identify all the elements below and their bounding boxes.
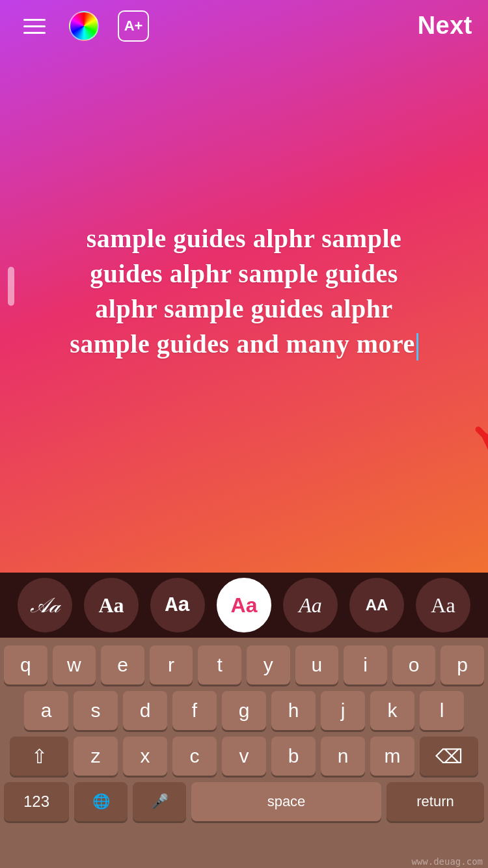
key-b[interactable]: b	[271, 737, 316, 776]
story-text[interactable]: sample guides alphr sample guides alphr …	[39, 221, 449, 362]
key-k[interactable]: k	[370, 691, 414, 730]
key-j[interactable]: j	[321, 691, 365, 730]
keyboard-row-1: q w e r t y u i o p	[4, 645, 484, 685]
key-space[interactable]: space	[191, 782, 381, 821]
key-delete[interactable]: ⌫	[420, 737, 478, 776]
key-e[interactable]: e	[101, 645, 144, 685]
menu-button[interactable]	[18, 10, 51, 42]
key-y[interactable]: y	[247, 645, 290, 685]
key-t[interactable]: t	[198, 645, 241, 685]
keyboard: q w e r t y u i o p a s d f g h j k l ⇧ …	[0, 638, 488, 868]
color-wheel-icon	[69, 11, 99, 41]
text-style-button[interactable]: A+	[117, 10, 150, 42]
key-q[interactable]: q	[4, 645, 47, 685]
key-shift[interactable]: ⇧	[10, 737, 68, 776]
font-mono-button[interactable]: Aa	[150, 578, 205, 632]
key-u[interactable]: u	[295, 645, 339, 685]
text-style-icon: A+	[118, 10, 149, 42]
key-i[interactable]: i	[344, 645, 387, 685]
slide-indicator	[8, 267, 14, 306]
key-d[interactable]: d	[123, 691, 167, 730]
font-bar: 𝒜𝒶 Aa Aa Aa Aa AA Aa	[0, 573, 488, 638]
key-f[interactable]: f	[172, 691, 217, 730]
key-r[interactable]: r	[150, 645, 193, 685]
key-s[interactable]: s	[74, 691, 118, 730]
watermark: www.deuag.com	[411, 856, 483, 867]
key-numbers[interactable]: 123	[4, 782, 69, 821]
story-canvas: A+ Next sample guides alphr sample guide…	[0, 0, 488, 573]
font-neon-button[interactable]: Aa	[416, 578, 470, 632]
key-o[interactable]: o	[392, 645, 436, 685]
font-script-button[interactable]: 𝒜𝒶	[18, 578, 72, 632]
hamburger-icon	[23, 19, 46, 34]
key-c[interactable]: c	[172, 737, 217, 776]
key-n[interactable]: n	[321, 737, 365, 776]
key-l[interactable]: l	[420, 691, 464, 730]
keyboard-row-2: a s d f g h j k l	[4, 691, 484, 730]
key-x[interactable]: x	[123, 737, 167, 776]
keyboard-row-4: 123 🌐 🎤 space return	[4, 782, 484, 821]
key-z[interactable]: z	[74, 737, 118, 776]
key-return[interactable]: return	[386, 782, 484, 821]
key-p[interactable]: p	[441, 645, 484, 685]
key-w[interactable]: w	[53, 645, 96, 685]
font-caps-button[interactable]: AA	[349, 578, 404, 632]
font-italic-button[interactable]: Aa	[283, 578, 338, 632]
key-g[interactable]: g	[222, 691, 266, 730]
font-rounded-button[interactable]: Aa	[217, 578, 271, 632]
next-button[interactable]: Next	[418, 12, 472, 40]
svg-line-1	[478, 429, 488, 468]
font-classic-button[interactable]: Aa	[84, 578, 139, 632]
key-m[interactable]: m	[370, 737, 414, 776]
keyboard-row-3: ⇧ z x c v b n m ⌫	[4, 737, 484, 776]
text-cursor	[416, 333, 418, 360]
key-h[interactable]: h	[271, 691, 316, 730]
color-wheel-button[interactable]	[68, 10, 100, 42]
key-v[interactable]: v	[222, 737, 266, 776]
key-microphone[interactable]: 🎤	[133, 782, 186, 821]
key-globe[interactable]: 🌐	[74, 782, 128, 821]
key-a[interactable]: a	[24, 691, 68, 730]
toolbar: A+	[0, 0, 488, 52]
